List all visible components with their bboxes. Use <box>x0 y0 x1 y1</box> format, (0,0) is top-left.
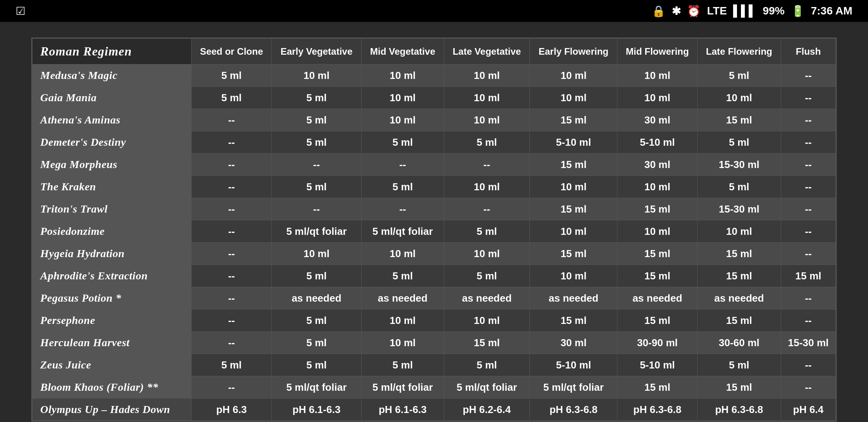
row-cell: -- <box>192 131 272 154</box>
row-cell: 5 ml <box>192 354 272 376</box>
row-cell: 5 ml <box>271 354 361 376</box>
row-cell: 5-10 ml <box>617 354 698 376</box>
table-row: Aphrodite's Extraction--5 ml5 ml5 ml10 m… <box>32 265 836 287</box>
row-cell: 5 ml <box>698 354 781 376</box>
status-right: 🔒 ✱ ⏰ LTE ▌▌▌ 99% 🔋 7:36 AM <box>652 5 852 18</box>
alarm-icon: ⏰ <box>687 5 701 18</box>
bluetooth-icon: ✱ <box>672 5 681 18</box>
row-cell: 15 ml <box>617 309 698 332</box>
row-cell: 5 ml/qt foliar <box>271 376 361 399</box>
row-cell: 5 ml <box>362 354 444 376</box>
row-cell: 5 ml <box>444 354 530 376</box>
table-row: Zeus Juice5 ml5 ml5 ml5 ml5-10 ml5-10 ml… <box>32 354 836 376</box>
roman-regimen-table: Roman Regimen Seed or Clone Early Vegeta… <box>32 38 836 421</box>
row-cell: pH 6.1-6.3 <box>362 399 444 421</box>
row-cell: 15 ml <box>530 243 617 265</box>
row-cell: -- <box>781 309 836 332</box>
row-cell: 10 ml <box>530 220 617 243</box>
column-header-mid-veg: Mid Vegetative <box>362 39 444 64</box>
row-cell: 15 ml <box>444 332 530 354</box>
lock-icon: 🔒 <box>652 5 665 18</box>
row-cell: 10 ml <box>362 332 444 354</box>
row-cell: -- <box>192 287 272 309</box>
row-cell: pH 6.3 <box>192 399 272 421</box>
row-cell: -- <box>781 109 836 131</box>
row-cell: 15 ml <box>617 243 698 265</box>
row-cell: 5 ml <box>444 131 530 154</box>
row-cell: 30 ml <box>617 154 698 176</box>
row-cell: -- <box>271 154 361 176</box>
row-cell: 10 ml <box>617 220 698 243</box>
row-cell: 30 ml <box>617 109 698 131</box>
row-cell: -- <box>781 131 836 154</box>
column-header-early-veg: Early Vegetative <box>271 39 361 64</box>
row-product-name: Pegasus Potion * <box>32 287 192 309</box>
row-cell: -- <box>362 198 444 220</box>
table-row: Hygeia Hydration--10 ml10 ml10 ml15 ml15… <box>32 243 836 265</box>
row-cell: pH 6.2-6.4 <box>444 399 530 421</box>
table-header-row: Roman Regimen Seed or Clone Early Vegeta… <box>32 39 836 64</box>
row-cell: 10 ml <box>698 220 781 243</box>
row-cell: 5 ml <box>271 131 361 154</box>
row-product-name: The Kraken <box>32 176 192 198</box>
column-header-late-flower: Late Flowering <box>698 39 781 64</box>
row-cell: as needed <box>362 287 444 309</box>
row-cell: -- <box>192 154 272 176</box>
row-cell: 30 ml <box>530 332 617 354</box>
table-row: Medusa's Magic5 ml10 ml10 ml10 ml10 ml10… <box>32 64 836 87</box>
battery-percent: 99% <box>763 5 785 17</box>
row-cell: 15 ml <box>698 376 781 399</box>
row-cell: 5 ml <box>192 64 272 87</box>
row-cell: 10 ml <box>530 64 617 87</box>
lte-indicator: LTE <box>707 5 727 17</box>
row-cell: -- <box>192 109 272 131</box>
row-cell: pH 6.3-6.8 <box>617 399 698 421</box>
table-row: Bloom Khaos (Foliar) **--5 ml/qt foliar5… <box>32 376 836 399</box>
row-cell: 15 ml <box>781 265 836 287</box>
column-header-late-veg: Late Vegetative <box>444 39 530 64</box>
row-cell: 5 ml <box>271 332 361 354</box>
row-cell: 15 ml <box>617 265 698 287</box>
row-cell: 15 ml <box>698 309 781 332</box>
row-cell: 10 ml <box>530 87 617 109</box>
row-cell: pH 6.3-6.8 <box>530 399 617 421</box>
column-header-seed: Seed or Clone <box>192 39 272 64</box>
time-display: 7:36 AM <box>811 5 852 17</box>
row-cell: as needed <box>617 287 698 309</box>
row-cell: -- <box>192 176 272 198</box>
row-cell: -- <box>781 220 836 243</box>
row-cell: 15 ml <box>698 265 781 287</box>
row-cell: -- <box>362 154 444 176</box>
row-cell: 15 ml <box>698 243 781 265</box>
row-cell: 15-30 ml <box>781 332 836 354</box>
status-bar: ☑ 🔒 ✱ ⏰ LTE ▌▌▌ 99% 🔋 7:36 AM <box>0 0 868 22</box>
row-cell: -- <box>192 243 272 265</box>
row-cell: 10 ml <box>271 243 361 265</box>
row-product-name: Athena's Aminas <box>32 109 192 131</box>
row-cell: -- <box>781 376 836 399</box>
row-cell: 15-30 ml <box>698 154 781 176</box>
column-header-mid-flower: Mid Flowering <box>617 39 698 64</box>
row-cell: pH 6.1-6.3 <box>271 399 361 421</box>
signal-bars: ▌▌▌ <box>733 5 757 17</box>
row-cell: 5 ml <box>698 131 781 154</box>
row-cell: 10 ml <box>698 87 781 109</box>
row-cell: 5-10 ml <box>530 354 617 376</box>
row-cell: 5 ml/qt foliar <box>362 376 444 399</box>
row-cell: -- <box>271 198 361 220</box>
row-cell: 30-60 ml <box>698 332 781 354</box>
row-cell: 10 ml <box>444 176 530 198</box>
row-cell: -- <box>444 198 530 220</box>
row-cell: 10 ml <box>444 309 530 332</box>
row-cell: 5 ml/qt foliar <box>530 376 617 399</box>
row-product-name: Olympus Up – Hades Down <box>32 399 192 421</box>
row-cell: 10 ml <box>362 109 444 131</box>
main-content: Roman Regimen Seed or Clone Early Vegeta… <box>0 22 868 422</box>
row-cell: 5 ml <box>192 87 272 109</box>
row-cell: 5 ml <box>698 176 781 198</box>
table-row: Persephone--5 ml10 ml10 ml15 ml15 ml15 m… <box>32 309 836 332</box>
row-cell: 5 ml <box>271 87 361 109</box>
row-cell: as needed <box>530 287 617 309</box>
row-cell: -- <box>192 309 272 332</box>
row-cell: 5 ml/qt foliar <box>444 376 530 399</box>
